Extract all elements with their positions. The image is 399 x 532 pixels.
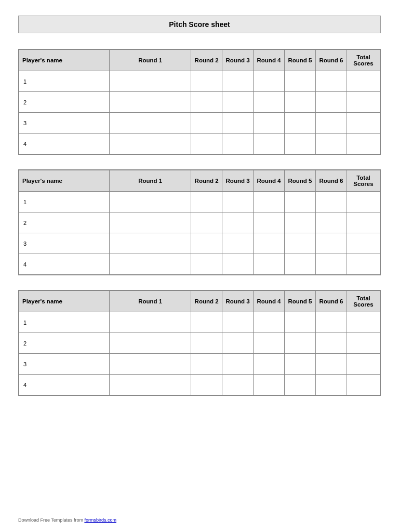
round2-cell[interactable] [222, 71, 254, 92]
round4-cell[interactable] [285, 233, 316, 254]
round2-cell[interactable] [222, 254, 254, 275]
total-cell[interactable] [347, 354, 380, 375]
player-name-cell[interactable] [110, 333, 191, 354]
table-row: 4 [19, 254, 380, 275]
table-row: 2 [19, 333, 380, 354]
round1-cell[interactable] [191, 333, 222, 354]
player-name-cell[interactable] [110, 212, 191, 233]
round1-cell[interactable] [191, 71, 222, 92]
round2-cell[interactable] [222, 192, 254, 212]
table2-header-total: Total Scores [347, 170, 380, 192]
round2-cell[interactable] [222, 233, 254, 254]
player-name-cell[interactable] [110, 71, 191, 92]
round3-cell[interactable] [254, 71, 285, 92]
round1-cell[interactable] [191, 113, 222, 134]
table-row: 3 [19, 233, 380, 254]
round2-cell[interactable] [222, 134, 254, 154]
player-name-cell[interactable] [110, 254, 191, 275]
total-cell[interactable] [347, 312, 380, 333]
round1-cell[interactable] [191, 375, 222, 395]
round3-cell[interactable] [254, 333, 285, 354]
round3-cell[interactable] [254, 192, 285, 212]
round4-cell[interactable] [285, 212, 316, 233]
table2-header-round3: Round 3 [222, 170, 254, 192]
round3-cell[interactable] [254, 134, 285, 154]
total-cell[interactable] [347, 134, 380, 154]
table2-header-round4: Round 4 [254, 170, 285, 192]
total-cell[interactable] [347, 92, 380, 113]
player-name-cell[interactable] [110, 134, 191, 154]
round4-cell[interactable] [285, 312, 316, 333]
round4-cell[interactable] [285, 192, 316, 212]
round4-cell[interactable] [285, 134, 316, 154]
round3-cell[interactable] [254, 254, 285, 275]
round3-cell[interactable] [254, 233, 285, 254]
player-name-cell[interactable] [110, 192, 191, 212]
total-cell[interactable] [347, 375, 380, 395]
total-cell[interactable] [347, 333, 380, 354]
round5-cell[interactable] [315, 192, 347, 212]
round1-cell[interactable] [191, 134, 222, 154]
table-row: 1 [19, 192, 380, 212]
total-cell[interactable] [347, 254, 380, 275]
footer-link[interactable]: formsbirds.com [84, 517, 116, 523]
round1-cell[interactable] [191, 192, 222, 212]
round3-cell[interactable] [254, 375, 285, 395]
player-name-cell[interactable] [110, 312, 191, 333]
player-name-cell[interactable] [110, 354, 191, 375]
round4-cell[interactable] [285, 113, 316, 134]
round4-cell[interactable] [285, 254, 316, 275]
round5-cell[interactable] [315, 312, 347, 333]
round5-cell[interactable] [315, 134, 347, 154]
table3-header-round4: Round 4 [254, 291, 285, 312]
player-name-cell[interactable] [110, 92, 191, 113]
total-cell[interactable] [347, 212, 380, 233]
round5-cell[interactable] [315, 113, 347, 134]
round4-cell[interactable] [285, 92, 316, 113]
round3-cell[interactable] [254, 354, 285, 375]
round2-cell[interactable] [222, 92, 254, 113]
player-name-cell[interactable] [110, 233, 191, 254]
player-name-cell[interactable] [110, 113, 191, 134]
round4-cell[interactable] [285, 354, 316, 375]
round4-cell[interactable] [285, 333, 316, 354]
round2-cell[interactable] [222, 375, 254, 395]
round5-cell[interactable] [315, 233, 347, 254]
round3-cell[interactable] [254, 113, 285, 134]
round2-cell[interactable] [222, 312, 254, 333]
total-cell[interactable] [347, 71, 380, 92]
footer: Download Free Templates from formsbirds.… [18, 517, 116, 523]
round1-cell[interactable] [191, 212, 222, 233]
round1-cell[interactable] [191, 354, 222, 375]
page-title: Pitch Score sheet [169, 20, 230, 29]
round3-cell[interactable] [254, 312, 285, 333]
table-row: 4 [19, 134, 380, 154]
round3-cell[interactable] [254, 212, 285, 233]
round4-cell[interactable] [285, 71, 316, 92]
round1-cell[interactable] [191, 312, 222, 333]
round3-cell[interactable] [254, 92, 285, 113]
round4-cell[interactable] [285, 375, 316, 395]
table1-header-round3: Round 3 [222, 50, 254, 71]
round5-cell[interactable] [315, 92, 347, 113]
total-cell[interactable] [347, 233, 380, 254]
round2-cell[interactable] [222, 354, 254, 375]
round1-cell[interactable] [191, 233, 222, 254]
round2-cell[interactable] [222, 113, 254, 134]
round1-cell[interactable] [191, 254, 222, 275]
round5-cell[interactable] [315, 375, 347, 395]
table-row: 1 [19, 71, 380, 92]
total-cell[interactable] [347, 192, 380, 212]
round5-cell[interactable] [315, 333, 347, 354]
round1-cell[interactable] [191, 92, 222, 113]
table1-header-total: Total Scores [347, 50, 380, 71]
total-cell[interactable] [347, 113, 380, 134]
table-row: 2 [19, 92, 380, 113]
round5-cell[interactable] [315, 212, 347, 233]
round2-cell[interactable] [222, 333, 254, 354]
round5-cell[interactable] [315, 71, 347, 92]
player-name-cell[interactable] [110, 375, 191, 395]
round5-cell[interactable] [315, 354, 347, 375]
round5-cell[interactable] [315, 254, 347, 275]
round2-cell[interactable] [222, 212, 254, 233]
